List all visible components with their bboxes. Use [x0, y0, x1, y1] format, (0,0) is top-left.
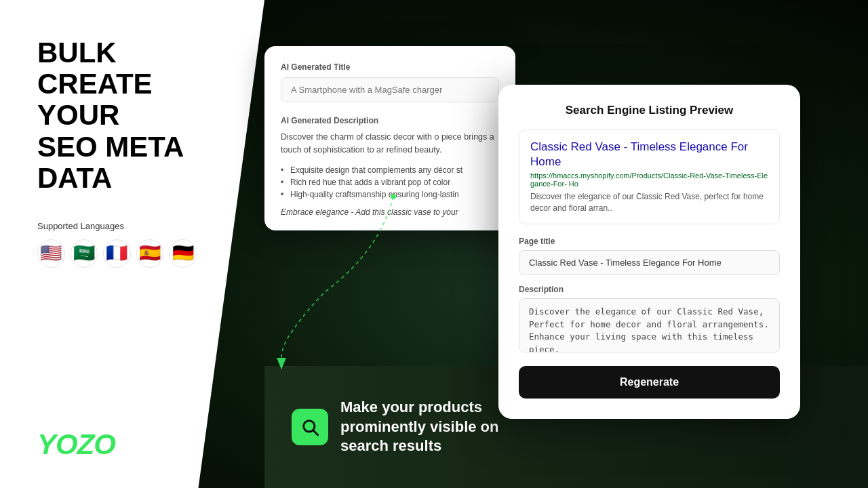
bullet-1: Exquisite design that complements any dé…	[281, 164, 499, 176]
regenerate-button[interactable]: Regenerate	[519, 366, 780, 399]
de-flag-icon: 🇩🇪	[169, 239, 197, 268]
supported-languages-label: Supported Languages	[37, 221, 197, 231]
seo-card-title: Search Engine Listing Preview	[519, 104, 780, 117]
fr-flag-icon: 🇫🇷	[103, 239, 131, 268]
sa-flag-icon: 🇸🇦	[71, 239, 98, 268]
flags-row: 🇺🇸 🇸🇦 🇫🇷 🇪🇸 🇩🇪	[37, 239, 197, 268]
search-icon-box	[292, 409, 328, 445]
es-flag-icon: 🇪🇸	[136, 239, 164, 268]
search-icon	[300, 418, 319, 436]
ai-title-input[interactable]	[281, 77, 499, 102]
page-title-input[interactable]	[519, 250, 780, 275]
hero-line2: CREATE YOUR	[37, 68, 153, 131]
ai-cta-text: Embrace elegance - Add this classic vase…	[281, 207, 499, 217]
google-preview-url: https://hmaccs.myshopify.com/Products/Cl…	[530, 171, 768, 188]
description-label: Description	[519, 285, 780, 294]
google-preview-box: Classic Red Vase - Timeless Elegance For…	[519, 129, 780, 224]
ai-desc-content: Discover the charm of classic decor with…	[281, 131, 499, 157]
ai-bullets: Exquisite design that complements any dé…	[281, 164, 499, 201]
hero-line3: SEO META DATA	[37, 131, 183, 194]
google-preview-link: Classic Red Vase - Timeless Elegance For…	[530, 140, 768, 169]
hero-line1: BULK	[37, 37, 117, 68]
hero-title: BULK CREATE YOUR SEO META DATA	[37, 37, 197, 194]
ai-title-label: AI Generated Title	[281, 62, 499, 72]
description-textarea[interactable]: Discover the elegance of our Classic Red…	[519, 298, 780, 352]
svg-line-1	[313, 430, 317, 434]
yozo-logo: YOZO	[37, 428, 115, 461]
bullet-3: High-quality craftsmanship ensuring long…	[281, 188, 499, 201]
google-preview-desc: Discover the elegance of our Classic Red…	[530, 191, 768, 214]
page-title-label: Page title	[519, 237, 780, 246]
bottom-banner-text: Make your productsprominently visible on…	[340, 398, 498, 456]
bullet-2: Rich red hue that adds a vibrant pop of …	[281, 176, 499, 188]
ai-generated-card: AI Generated Title AI Generated Descript…	[264, 46, 515, 230]
ai-desc-label: AI Generated Description	[281, 116, 499, 125]
seo-card: Search Engine Listing Preview Classic Re…	[498, 85, 800, 419]
left-content: BULK CREATE YOUR SEO META DATA Supported…	[0, 0, 231, 295]
us-flag-icon: 🇺🇸	[37, 239, 65, 268]
